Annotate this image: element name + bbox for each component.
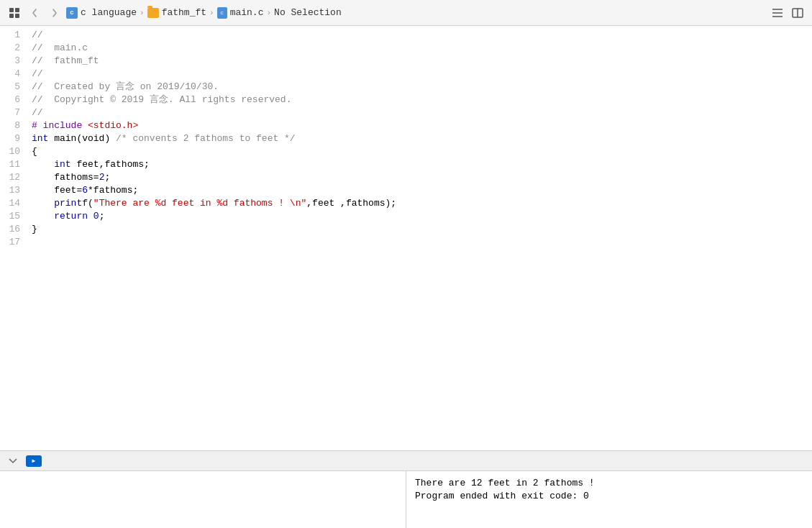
breadcrumb-chevron-3: › [266,9,271,17]
line-number: 14 [0,197,29,210]
token-c-number: 0 [93,211,99,222]
line-number: 11 [0,158,29,171]
line-number: 16 [0,223,29,236]
token-c-function: printf [32,198,88,209]
svg-rect-3 [15,14,19,18]
breadcrumb: c c language › fathm_ft › c main.c › No … [66,7,766,19]
line-number: 7 [0,106,29,119]
token-c-comment: // [32,29,43,40]
token-c-normal: { [32,146,37,157]
line-number: 3 [0,55,29,68]
line-number: 9 [0,132,29,145]
svg-rect-2 [9,14,14,18]
line-number: 6 [0,94,29,106]
token-c-comment: // fathm_ft [32,55,99,66]
line-content: { [29,145,812,158]
token-c-string: <stdio.h> [88,120,138,131]
grid-icon[interactable] [6,4,23,22]
code-line: 14 printf("There are %d feet in %d fatho… [0,197,812,210]
code-line: 17 [0,236,812,249]
line-number: 8 [0,119,29,132]
svg-rect-0 [9,8,14,12]
breadcrumb-chevron-2: › [209,9,214,17]
line-content: // Created by 言念 on 2019/10/30. [29,81,812,94]
code-line: 7// [0,106,812,119]
status-chevron-icon[interactable] [6,454,20,468]
token-c-normal [32,159,54,170]
line-number: 5 [0,81,29,94]
token-c-normal: feet,fathoms; [71,159,150,170]
line-content: return 0; [29,210,812,223]
menu-icon[interactable] [769,4,786,22]
run-button[interactable] [26,455,42,467]
token-c-comment: // main.c [32,42,88,53]
output-line-2: Program ended with exit code: 0 [415,490,803,503]
line-content: int feet,fathoms; [29,158,812,171]
line-content: fathoms=2; [29,171,812,184]
split-view-icon[interactable] [789,4,806,22]
breadcrumb-file-label: main.c [230,7,264,18]
line-content: // [29,106,812,119]
line-content: int main(void) /* convents 2 fathoms to … [29,132,812,145]
token-c-normal: main(void) [48,133,116,144]
code-line: 6// Copyright © 2019 言念. All rights rese… [0,94,812,106]
code-line: 16} [0,223,812,236]
token-c-normal [88,211,93,222]
line-content: printf("There are %d feet in %d fathoms … [29,197,812,210]
output-line-1: There are 12 feet in 2 fathoms ! [415,477,803,490]
code-line: 11 int feet,fathoms; [0,158,812,171]
toolbar-right [769,4,806,22]
toolbar: c c language › fathm_ft › c main.c › No … [0,0,812,26]
nav-forward-button[interactable] [46,4,63,22]
token-c-comment: // Copyright © 2019 言念. All rights reser… [32,94,291,105]
token-c-normal [32,211,54,222]
line-content: # include <stdio.h> [29,119,812,132]
token-c-normal: *fathoms; [88,185,138,196]
code-editor[interactable]: 1//2// main.c3// fathm_ft4//5// Created … [0,26,812,450]
line-number: 15 [0,210,29,223]
token-c-comment: // [32,68,43,79]
token-c-normal: ; [99,211,105,222]
line-content: // [29,68,812,81]
breadcrumb-file[interactable]: c main.c [217,7,264,19]
line-number: 12 [0,171,29,184]
breadcrumb-folder[interactable]: fathm_ft [147,7,206,18]
line-content: // fathm_ft [29,55,812,68]
line-number: 13 [0,184,29,197]
token-c-comment: /* convents 2 fathoms to feet */ [116,133,296,144]
token-c-keyword: return [54,211,88,222]
line-content: // [29,29,812,42]
breadcrumb-c-language[interactable]: c c language [66,7,137,19]
token-c-normal: fathoms= [32,172,99,183]
folder-icon [147,8,159,18]
token-c-string: "There are %d feet in %d fathoms ! \n" [93,198,306,209]
code-line: 8# include <stdio.h> [0,119,812,132]
code-line: 10{ [0,145,812,158]
output-console: There are 12 feet in 2 fathoms ! Program… [406,471,812,528]
breadcrumb-chevron-1: › [140,9,145,17]
line-content: } [29,223,812,236]
line-number: 10 [0,145,29,158]
output-panel: There are 12 feet in 2 fathoms ! Program… [0,470,812,528]
code-line: 9int main(void) /* convents 2 fathoms to… [0,132,812,145]
token-c-keyword: int [32,133,48,144]
token-c-preprocessor: # include [32,120,88,131]
token-c-comment: // [32,107,43,118]
main-area: 1//2// main.c3// fathm_ft4//5// Created … [0,26,812,528]
line-content: feet=6*fathoms; [29,184,812,197]
breadcrumb-folder-label: fathm_ft [162,7,206,18]
code-line: 1// [0,29,812,42]
code-line: 3// fathm_ft [0,55,812,68]
token-c-normal: } [32,224,37,235]
token-c-number: 6 [82,185,88,196]
token-c-keyword: int [54,159,70,170]
token-c-normal: feet= [32,185,82,196]
code-line: 5// Created by 言念 on 2019/10/30. [0,81,812,94]
nav-back-button[interactable] [26,4,43,22]
breadcrumb-c-label: c language [81,7,137,18]
breadcrumb-selection-label: No Selection [274,7,342,18]
code-line: 15 return 0; [0,210,812,223]
line-number: 2 [0,42,29,55]
line-number: 4 [0,68,29,81]
output-left [0,471,406,528]
